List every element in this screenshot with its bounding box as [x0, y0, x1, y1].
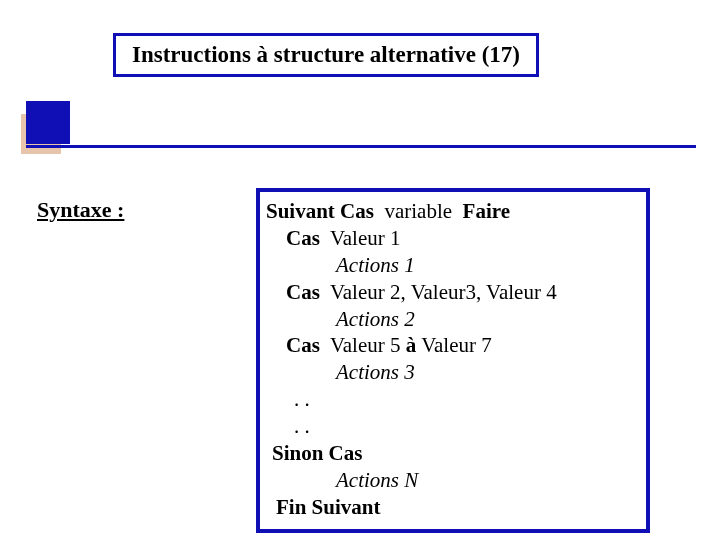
code-line-actions: Actions 1 — [266, 252, 640, 279]
code-line: Cas Valeur 1 — [266, 225, 640, 252]
keyword-cas: Cas — [286, 333, 320, 357]
code-line-actions: Actions 3 — [266, 359, 640, 386]
slide-title: Instructions à structure alternative (17… — [113, 33, 539, 77]
code-line: Cas Valeur 2, Valeur3, Valeur 4 — [266, 279, 640, 306]
decorative-square — [26, 101, 70, 144]
code-line-actions: Actions N — [266, 467, 640, 494]
keyword-sinon-cas: Sinon Cas — [266, 440, 640, 467]
text-valeur: Valeur 7 — [416, 333, 491, 357]
code-line: Cas Valeur 5 à Valeur 7 — [266, 332, 640, 359]
text-variable: variable — [374, 199, 463, 223]
keyword-cas: Cas — [286, 226, 320, 250]
keyword-a: à — [406, 333, 417, 357]
keyword-fin-suivant: Fin Suivant — [266, 494, 640, 521]
text-valeur: Valeur 2, Valeur3, Valeur 4 — [320, 280, 557, 304]
keyword-faire: Faire — [463, 199, 510, 223]
horizontal-rule — [26, 145, 696, 148]
text-valeur: Valeur 1 — [320, 226, 401, 250]
code-syntax-box: Suivant Cas variable Faire Cas Valeur 1 … — [256, 188, 650, 533]
code-line-dots: . . — [266, 386, 640, 413]
code-line-actions: Actions 2 — [266, 306, 640, 333]
code-line: Suivant Cas variable Faire — [266, 198, 640, 225]
keyword-suivant-cas: Suivant Cas — [266, 199, 374, 223]
keyword-cas: Cas — [286, 280, 320, 304]
text-valeur: Valeur 5 — [320, 333, 406, 357]
code-line-dots: . . — [266, 413, 640, 440]
syntax-label: Syntaxe : — [37, 197, 124, 223]
